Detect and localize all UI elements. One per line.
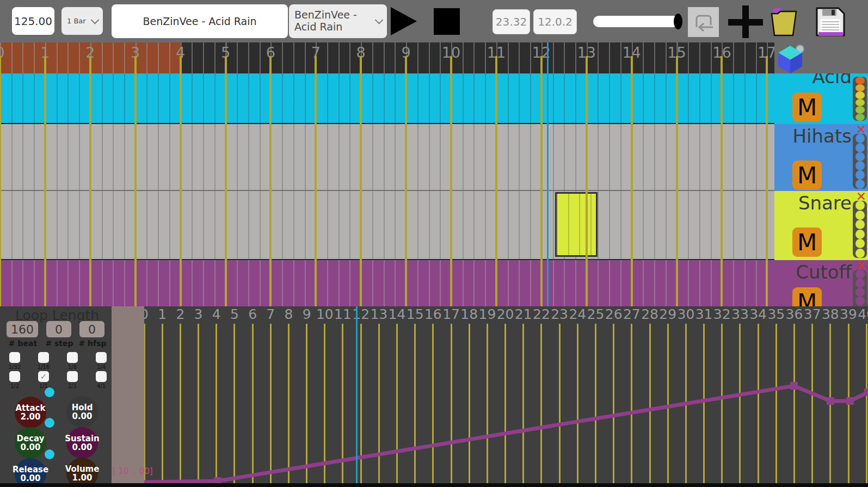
track-name: Cutoff [796, 261, 852, 283]
stop-icon[interactable] [434, 8, 460, 35]
level-dot[interactable] [855, 279, 865, 287]
open-folder-button[interactable] [767, 7, 799, 37]
automation-node[interactable] [214, 477, 221, 483]
automation-node[interactable] [827, 397, 834, 405]
loop-field-step[interactable]: 0 [46, 321, 71, 337]
level-dot[interactable] [855, 180, 865, 189]
drag-handle-dot[interactable] [45, 449, 54, 459]
knob-name: Hold [72, 403, 93, 412]
bar-number: 6 [266, 44, 275, 61]
decay-knob[interactable]: Decay0.00 [15, 427, 46, 459]
level-dot[interactable] [855, 270, 865, 279]
level-dot[interactable] [855, 91, 865, 99]
level-dot[interactable] [855, 288, 865, 297]
loop-button[interactable] [688, 7, 719, 37]
song-title-input[interactable]: BenZinVee - Acid Rain [112, 4, 288, 38]
level-dot[interactable] [855, 152, 865, 162]
automation-node[interactable] [864, 389, 868, 396]
bar-number: 3 [131, 44, 140, 61]
division-checkbox-1-4[interactable] [96, 352, 107, 363]
division-label: 1/2 [10, 383, 19, 389]
level-dot[interactable] [855, 114, 865, 121]
division-checkbox-4-1[interactable] [96, 371, 107, 382]
knob-value: 0.00 [72, 412, 92, 421]
level-dot[interactable] [855, 220, 865, 229]
automation-curve[interactable] [144, 306, 868, 483]
save-button[interactable] [815, 6, 846, 38]
knob-value: 1.00 [72, 473, 92, 483]
chevron-down-icon [91, 16, 100, 24]
division-checkbox-1-32[interactable] [9, 352, 20, 363]
volume-slider[interactable] [593, 16, 679, 27]
loop-field-beat[interactable]: 160 [7, 321, 38, 337]
toolbar: 125.00 1 Bar BenZinVee - Acid Rain BenZi… [0, 0, 868, 42]
level-dot[interactable] [855, 161, 865, 170]
track-lane-cutoff[interactable] [0, 260, 774, 306]
mute-button[interactable]: M [792, 227, 822, 257]
bar-number: 15 [667, 44, 686, 61]
division-checkbox-1-8[interactable] [67, 352, 78, 363]
level-dot[interactable] [855, 211, 865, 220]
track-header-cutoff[interactable]: ✕CutoffM [774, 260, 868, 306]
play-icon[interactable] [391, 7, 417, 35]
mute-button[interactable]: M [792, 161, 822, 190]
level-dot[interactable] [855, 84, 865, 92]
mute-button[interactable]: M [792, 93, 822, 122]
track-header-hihats[interactable]: ✕HihatsM [774, 124, 868, 191]
attack-knob[interactable]: Attack2.00 [15, 397, 46, 428]
automation-node[interactable] [846, 397, 854, 405]
track-lane-hihats[interactable] [0, 124, 774, 191]
volume-slider-knob[interactable] [674, 14, 682, 29]
loop-field-label: # hfsp [77, 339, 108, 348]
bar-length-select[interactable]: 1 Bar [61, 7, 103, 35]
level-dot[interactable] [855, 239, 865, 248]
hold-knob[interactable]: Hold0.00 [66, 396, 98, 428]
track-header-acid[interactable]: AcidM [774, 73, 868, 124]
level-dot[interactable] [855, 201, 865, 210]
division-checkbox-2-1[interactable] [67, 371, 78, 382]
level-dots [853, 201, 867, 258]
add-track-button[interactable] [728, 5, 763, 38]
track-header-snare[interactable]: ✕SnareM [774, 191, 868, 260]
track-lane-acid[interactable] [0, 73, 774, 124]
arrangement-grid[interactable] [0, 73, 774, 306]
division-label: 1/16 [38, 364, 50, 370]
automation-node[interactable] [790, 382, 798, 390]
bar-ruler[interactable]: 01234567891011121314151617 [0, 42, 774, 73]
playhead[interactable] [356, 306, 358, 483]
sustain-knob[interactable]: Sustain0.00 [66, 427, 98, 459]
value-range-label: [ 10 .. 00] [113, 466, 153, 476]
division-checkbox-1-16[interactable] [38, 352, 49, 363]
bar-number: 13 [577, 44, 596, 61]
track-lane-snare[interactable] [0, 191, 774, 260]
volume-knob[interactable]: Volume1.00 [66, 458, 98, 487]
loop-field-hfsp[interactable]: 0 [79, 321, 104, 337]
preset-value: BenZinVee - Acid Rain [294, 9, 374, 33]
bpm-input[interactable]: 125.00 [12, 7, 54, 35]
loop-field-label: # step [44, 339, 75, 348]
time-display[interactable]: 23.32 [493, 9, 530, 34]
level-dot[interactable] [855, 230, 865, 239]
level-dot[interactable] [855, 99, 865, 107]
automation-line[interactable] [144, 386, 868, 482]
level-dot[interactable] [855, 170, 865, 180]
position-display[interactable]: 12.0.2 [533, 9, 577, 34]
level-dots [853, 270, 867, 306]
automation-editor[interactable]: 0123456789101112131415161718192021222324… [144, 306, 868, 483]
drag-handle-dot[interactable] [45, 418, 54, 428]
snare-clip[interactable] [555, 192, 598, 257]
track-name: Hihats [793, 125, 852, 147]
level-dot[interactable] [855, 297, 865, 305]
mute-button[interactable]: M [792, 287, 822, 306]
level-dot[interactable] [855, 77, 865, 84]
level-dot[interactable] [855, 143, 865, 152]
division-checkbox-1-1[interactable]: ✓ [38, 371, 49, 382]
division-checkbox-1-2[interactable] [9, 371, 20, 382]
level-dot[interactable] [855, 249, 865, 258]
cube-3d-view-button[interactable] [777, 45, 804, 76]
level-dot[interactable] [855, 106, 865, 114]
level-dot[interactable] [855, 134, 865, 143]
preset-select[interactable]: BenZinVee - Acid Rain [289, 4, 387, 38]
drag-handle-dot[interactable] [45, 387, 54, 397]
playhead[interactable] [547, 42, 549, 306]
